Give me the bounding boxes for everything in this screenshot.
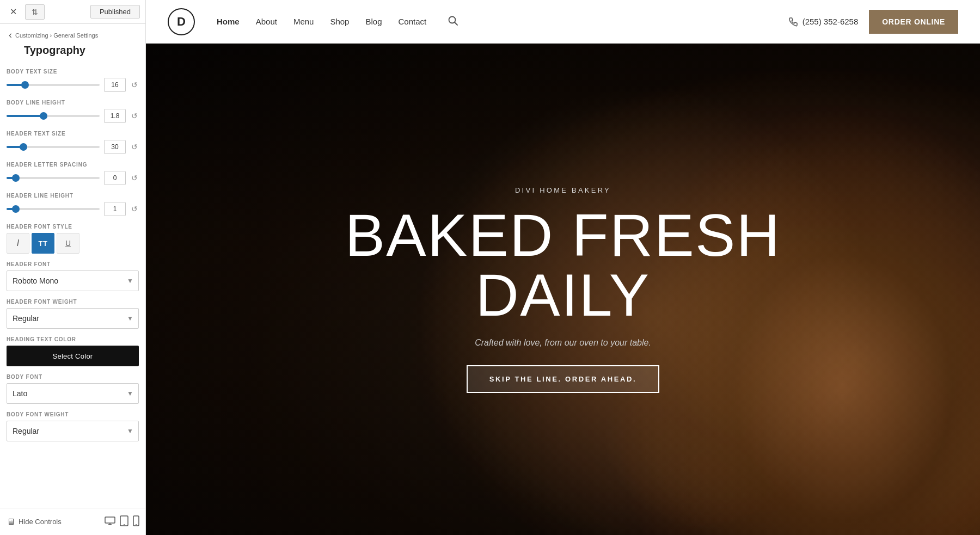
search-icon[interactable] bbox=[448, 16, 458, 28]
body-line-height-value[interactable]: 1.8 bbox=[104, 109, 126, 123]
underline-button[interactable]: U bbox=[57, 233, 79, 254]
site-logo: D bbox=[168, 8, 195, 35]
header-text-size-value[interactable]: 30 bbox=[104, 140, 126, 154]
left-panel: ✕ ⇅ Published ‹ Customizing › General Se… bbox=[0, 0, 146, 535]
phone-number: (255) 352-6258 bbox=[803, 17, 859, 26]
header-line-height-value[interactable]: 1 bbox=[104, 202, 126, 216]
page-title: Typography bbox=[0, 43, 145, 63]
header-text-size-label: HEADER TEXT SIZE bbox=[7, 131, 139, 137]
header-text-size-track[interactable] bbox=[7, 146, 100, 148]
header-letter-spacing-value[interactable]: 0 bbox=[104, 171, 126, 185]
published-button[interactable]: Published bbox=[90, 5, 140, 19]
site-navigation: D Home About Menu Shop Blog Contact (255… bbox=[146, 0, 980, 44]
heading-color-select-button[interactable]: Select Color bbox=[7, 346, 139, 366]
body-line-height-row: 1.8 ↺ bbox=[7, 109, 139, 123]
panel-topbar: ✕ ⇅ Published bbox=[0, 0, 145, 24]
body-font-weight-select[interactable]: Regular Bold Light Medium bbox=[7, 421, 139, 441]
body-font-weight-dropdown-row: Regular Bold Light Medium ▼ bbox=[7, 421, 139, 441]
font-style-buttons: I TT U bbox=[7, 233, 139, 254]
svg-rect-0 bbox=[105, 517, 115, 523]
tablet-view-button[interactable] bbox=[120, 515, 128, 528]
header-letter-spacing-track[interactable] bbox=[7, 177, 100, 179]
header-font-group: HEADER FONT Roboto Mono Open Sans Lato M… bbox=[7, 261, 139, 291]
body-text-size-reset[interactable]: ↺ bbox=[130, 79, 139, 90]
hero-description: Crafted with love, from our oven to your… bbox=[345, 338, 781, 348]
hero-title-line2: DAILY bbox=[476, 261, 651, 328]
site-preview: D Home About Menu Shop Blog Contact (255… bbox=[146, 0, 980, 535]
order-online-button[interactable]: ORDER ONLINE bbox=[869, 10, 958, 34]
mobile-view-button[interactable] bbox=[133, 515, 139, 528]
svg-point-4 bbox=[124, 524, 125, 525]
bold-button[interactable]: TT bbox=[32, 233, 54, 254]
nav-home[interactable]: Home bbox=[217, 17, 240, 26]
heading-text-color-label: HEADING TEXT COLOR bbox=[7, 336, 139, 342]
monitor-icon: 🖥 bbox=[7, 517, 15, 527]
body-line-height-reset[interactable]: ↺ bbox=[130, 110, 139, 121]
hide-controls-button[interactable]: 🖥 Hide Controls bbox=[7, 517, 62, 527]
close-button[interactable]: ✕ bbox=[5, 4, 21, 20]
body-text-size-value[interactable]: 16 bbox=[104, 78, 126, 92]
nav-shop[interactable]: Shop bbox=[330, 17, 349, 26]
hero-subtitle: DIVI HOME BAKERY bbox=[345, 186, 781, 194]
settings-panel: BODY TEXT SIZE 16 ↺ BODY LINE HEIGHT 1.8… bbox=[0, 63, 145, 535]
phone-icon bbox=[788, 17, 798, 27]
hero-title-line1: BAKED FRESH bbox=[345, 201, 781, 268]
body-font-weight-label: BODY FONT WEIGHT bbox=[7, 411, 139, 417]
header-letter-spacing-group: HEADER LETTER SPACING 0 ↺ bbox=[7, 162, 139, 185]
hero-section: DIVI HOME BAKERY BAKED FRESH DAILY Craft… bbox=[146, 44, 980, 535]
body-text-size-group: BODY TEXT SIZE 16 ↺ bbox=[7, 69, 139, 92]
nav-menu[interactable]: Menu bbox=[293, 17, 314, 26]
back-button[interactable]: ‹ bbox=[9, 29, 12, 41]
header-letter-spacing-row: 0 ↺ bbox=[7, 171, 139, 185]
header-font-style-label: HEADER FONT STYLE bbox=[7, 224, 139, 230]
header-font-weight-select[interactable]: Regular Bold Light Medium bbox=[7, 308, 139, 329]
body-line-height-track[interactable] bbox=[7, 115, 100, 117]
body-text-size-label: BODY TEXT SIZE bbox=[7, 69, 139, 75]
desktop-view-button[interactable] bbox=[105, 515, 115, 528]
nav-phone: (255) 352-6258 bbox=[788, 17, 859, 27]
panel-bottom-bar: 🖥 Hide Controls bbox=[0, 508, 146, 535]
nav-contact[interactable]: Contact bbox=[399, 17, 427, 26]
history-arrows-button[interactable]: ⇅ bbox=[25, 4, 45, 20]
breadcrumb: ‹ Customizing › General Settings bbox=[0, 24, 145, 43]
header-font-select[interactable]: Roboto Mono Open Sans Lato Montserrat bbox=[7, 270, 139, 291]
header-line-height-reset[interactable]: ↺ bbox=[130, 204, 139, 214]
body-line-height-group: BODY LINE HEIGHT 1.8 ↺ bbox=[7, 100, 139, 123]
heading-text-color-group: HEADING TEXT COLOR Select Color bbox=[7, 336, 139, 366]
body-line-height-fill bbox=[7, 115, 44, 117]
header-letter-spacing-label: HEADER LETTER SPACING bbox=[7, 162, 139, 168]
svg-line-8 bbox=[455, 22, 457, 25]
header-font-weight-group: HEADER FONT WEIGHT Regular Bold Light Me… bbox=[7, 299, 139, 329]
header-text-size-thumb[interactable] bbox=[20, 143, 27, 151]
svg-point-6 bbox=[136, 524, 137, 525]
hide-controls-label: Hide Controls bbox=[19, 518, 62, 526]
header-letter-spacing-reset[interactable]: ↺ bbox=[130, 173, 139, 183]
header-text-size-row: 30 ↺ bbox=[7, 140, 139, 154]
nav-blog[interactable]: Blog bbox=[365, 17, 382, 26]
italic-button[interactable]: I bbox=[7, 233, 29, 254]
body-font-select[interactable]: Lato Open Sans Roboto Montserrat bbox=[7, 383, 139, 404]
header-line-height-thumb[interactable] bbox=[12, 205, 20, 213]
header-line-height-track[interactable] bbox=[7, 208, 100, 210]
header-font-dropdown-row: Roboto Mono Open Sans Lato Montserrat ▼ bbox=[7, 270, 139, 291]
header-font-label: HEADER FONT bbox=[7, 261, 139, 267]
body-font-weight-group: BODY FONT WEIGHT Regular Bold Light Medi… bbox=[7, 411, 139, 441]
hero-title: BAKED FRESH DAILY bbox=[345, 205, 781, 325]
body-line-height-thumb[interactable] bbox=[40, 112, 47, 120]
header-text-size-group: HEADER TEXT SIZE 30 ↺ bbox=[7, 131, 139, 154]
header-letter-spacing-thumb[interactable] bbox=[12, 174, 20, 182]
nav-about[interactable]: About bbox=[256, 17, 277, 26]
header-font-weight-label: HEADER FONT WEIGHT bbox=[7, 299, 139, 305]
body-text-size-thumb[interactable] bbox=[21, 81, 29, 89]
hero-content: DIVI HOME BAKERY BAKED FRESH DAILY Craft… bbox=[334, 186, 792, 393]
breadcrumb-path: Customizing › General Settings bbox=[15, 32, 98, 39]
body-font-dropdown-row: Lato Open Sans Roboto Montserrat ▼ bbox=[7, 383, 139, 404]
hero-cta-button[interactable]: SKIP THE LINE. ORDER AHEAD. bbox=[467, 365, 659, 393]
header-font-style-group: HEADER FONT STYLE I TT U bbox=[7, 224, 139, 254]
device-switcher bbox=[105, 515, 139, 528]
header-text-size-reset[interactable]: ↺ bbox=[130, 142, 139, 152]
body-text-size-track[interactable] bbox=[7, 84, 100, 86]
header-line-height-label: HEADER LINE HEIGHT bbox=[7, 193, 139, 199]
header-font-weight-dropdown-row: Regular Bold Light Medium ▼ bbox=[7, 308, 139, 329]
body-font-group: BODY FONT Lato Open Sans Roboto Montserr… bbox=[7, 374, 139, 404]
